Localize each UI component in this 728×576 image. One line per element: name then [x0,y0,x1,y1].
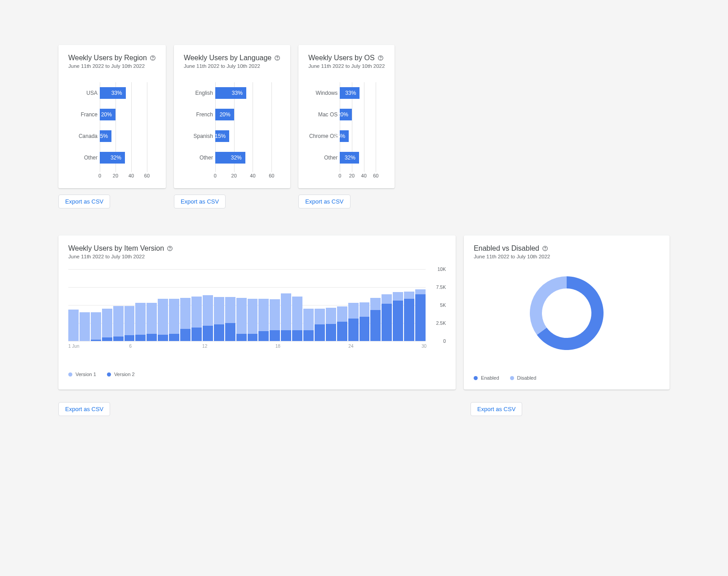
bar-label: Windows [308,90,337,96]
bar-label: Spanish [184,133,213,139]
legend-item: Version 1 [68,372,96,377]
card-title: Weekly Users by Item Version [68,244,446,253]
stacked-bar [348,269,359,341]
bottom-row: Weekly Users by Item Version June 11th 2… [58,235,670,390]
stacked-bar [169,269,179,341]
stacked-bar [180,269,191,341]
axis-tick: 24 [348,344,353,349]
bar: 15% [215,130,229,142]
svg-point-3 [277,59,278,60]
bar: 33% [340,87,360,99]
axis-tick: 1 Jun [68,344,79,349]
stacked-bar [404,269,414,341]
donut-chart [474,273,660,354]
legend-dot-icon [68,372,72,377]
axis-tick: 0 [443,338,446,344]
axis-tick: 18 [275,344,280,349]
hbar-chart-region: 0204060USA33%France20%Canada15%Other32% [68,82,156,168]
stacked-bar [102,269,112,341]
stacked-bar [80,269,90,341]
bar: 15% [340,130,349,142]
legend-label: Version 1 [75,372,96,377]
bar-label: France [68,111,98,118]
help-icon[interactable] [542,245,548,252]
export-csv-button[interactable]: Export as CSV [174,195,226,208]
axis-tick: 10K [437,266,446,272]
axis-tick: 2.5K [436,320,446,326]
card-title: Enabled vs Disabled [474,244,660,253]
export-csv-button[interactable]: Export as CSV [58,402,110,416]
axis-tick: 5K [440,302,446,308]
card-subtitle: June 11th 2022 to July 10th 2022 [184,63,280,69]
title-text: Weekly Users by Region [68,54,147,62]
legend-dot-icon [474,376,478,380]
stacked-bar [337,269,347,341]
card-region-inner: Weekly Users by Region June 11th 2022 to… [58,45,166,188]
stacked-xlabels: 1 Jun612182430 [68,344,446,350]
stacked-bar [270,269,280,341]
axis-tick: 60 [144,173,150,178]
title-text: Weekly Users by OS [308,54,374,62]
stacked-bar [303,269,314,341]
export-csv-button[interactable]: Export as CSV [471,402,522,416]
stacked-bar [248,269,258,341]
card-region: Weekly Users by Region June 11th 2022 to… [58,45,166,208]
legend-dot-icon [510,376,514,380]
bar: 32% [215,152,245,164]
top-row: Weekly Users by Region June 11th 2022 to… [58,45,670,208]
legend-item: Enabled [474,375,499,381]
bar-label: English [184,90,213,96]
export-csv-button[interactable]: Export as CSV [298,195,350,208]
bar: 32% [340,152,359,164]
stacked-bar [203,269,213,341]
help-icon[interactable] [377,55,384,61]
axis-tick: 40 [129,173,134,178]
export-row-2: Export as CSV Export as CSV [58,396,670,416]
bar-label: Other [184,155,213,161]
axis-tick: 60 [269,173,274,178]
card-language-inner: Weekly Users by Language June 11th 2022 … [174,45,290,188]
axis-tick: 20 [349,173,355,178]
stacked-bar [236,269,247,341]
bar: 15% [100,130,111,142]
axis-tick: 0 [214,173,217,178]
card-subtitle: June 11th 2022 to July 10th 2022 [68,254,446,259]
card-version: Weekly Users by Item Version June 11th 2… [58,235,456,390]
axis-tick: 12 [202,344,207,349]
bar-label: French [184,111,213,118]
stacked-bar [135,269,146,341]
legend-label: Enabled [481,375,499,381]
help-icon[interactable] [167,245,173,252]
bar-label: Other [68,155,98,161]
card-subtitle: June 11th 2022 to July 10th 2022 [474,254,660,259]
bar: 20% [100,109,115,120]
legend-dot-icon [107,372,111,377]
axis-tick: 40 [250,173,255,178]
legend-label: Version 2 [114,372,135,377]
help-icon[interactable] [274,55,280,61]
stacked-bar [258,269,269,341]
donut-segment [530,276,567,335]
legend-item: Disabled [510,375,537,381]
help-icon[interactable] [150,55,156,61]
bar: 33% [100,87,126,99]
stacked-bar [292,269,302,341]
axis-tick: 20 [113,173,118,178]
export-wrap: Export as CSV [471,396,670,416]
stacked-bar [370,269,381,341]
bar-label: Chrome OS [308,133,337,139]
axis-tick: 40 [361,173,367,178]
card-title: Weekly Users by Region [68,54,156,62]
stacked-bar [68,269,79,341]
stacked-bar [214,269,224,341]
legend-label: Disabled [517,375,537,381]
card-title: Weekly Users by OS [308,54,385,62]
axis-tick: 6 [129,344,132,349]
axis-tick: 20 [231,173,237,178]
export-csv-button[interactable]: Export as CSV [58,195,110,208]
bar-label: Mac OS [308,111,337,118]
axis-tick: 7.5K [436,284,446,290]
legend-enabled: Enabled Disabled [474,375,660,381]
bar-label: Canada [68,133,98,139]
title-text: Enabled vs Disabled [474,244,539,253]
